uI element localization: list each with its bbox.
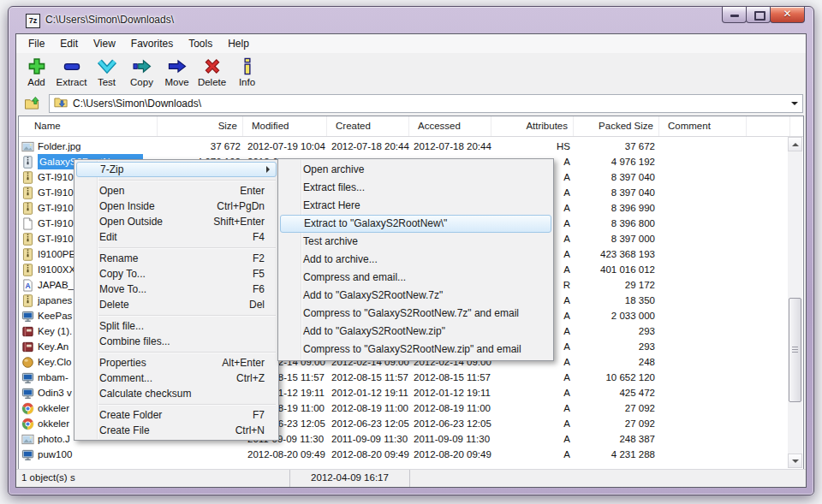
column-header-packed-size[interactable]: Packed Size — [574, 116, 659, 136]
attributes-cell: A — [492, 416, 570, 431]
submenu-item[interactable]: Add to "GalaxyS2RootNew.7z" — [280, 287, 551, 305]
context-menu-item[interactable]: Copy To...F5 — [76, 266, 277, 282]
submenu-item[interactable]: Compress to "GalaxyS2RootNew.7z" and ema… — [280, 305, 551, 323]
info-icon — [237, 57, 258, 76]
menu-item-shortcut: F4 — [253, 229, 265, 245]
submenu-item[interactable]: Extract files... — [280, 179, 551, 197]
context-menu-item[interactable]: Create FileCtrl+N — [76, 423, 277, 438]
accessed-cell: 2012-08-19 11:00 — [414, 400, 495, 416]
minimize-button[interactable] — [722, 7, 747, 23]
attributes-cell: A — [492, 385, 570, 400]
menubar-item-favorites[interactable]: Favorites — [123, 34, 181, 53]
toolbar-button-add[interactable]: Add — [19, 54, 54, 90]
toolbar-button-info[interactable]: Info — [229, 54, 265, 90]
scroll-up-icon — [792, 143, 799, 146]
toolbar-button-delete[interactable]: Delete — [194, 54, 229, 90]
submenu-arrow-icon — [266, 166, 270, 173]
scroll-down-button[interactable] — [788, 454, 802, 468]
submenu-item[interactable]: Add to "GalaxyS2RootNew.zip" — [280, 323, 551, 341]
context-menu-item[interactable]: PropertiesAlt+Enter — [76, 355, 277, 371]
menu-item-label: Delete — [99, 299, 129, 311]
comment-cell — [664, 354, 742, 370]
close-button[interactable]: ✕ — [770, 7, 805, 23]
menu-item-shortcut: Del — [249, 297, 265, 312]
menubar-item-view[interactable]: View — [86, 34, 123, 53]
maximize-button[interactable] — [746, 7, 771, 23]
context-menu-item[interactable]: Open OutsideShift+Enter — [76, 214, 277, 229]
column-header-created[interactable]: Created — [327, 116, 409, 136]
menubar-item-edit[interactable]: Edit — [52, 34, 86, 53]
copy-arrow-icon — [132, 57, 152, 76]
archive-7z-icon — [21, 156, 34, 169]
comment-cell — [664, 169, 742, 185]
zip-archive-icon — [21, 202, 34, 215]
packed-size-cell: 27 092 — [576, 400, 655, 416]
attributes-cell: HS — [492, 139, 570, 154]
comment-cell — [664, 139, 742, 154]
submenu-item[interactable]: Extract to "GalaxyS2RootNew\" — [280, 215, 551, 233]
menubar-item-tools[interactable]: Tools — [181, 34, 220, 53]
menu-item-label: Combine files... — [99, 335, 170, 347]
file-name-cell[interactable]: Folder.jpg — [21, 139, 157, 154]
context-menu-item[interactable]: Open InsideCtrl+PgDn — [76, 199, 277, 214]
file-name: puw100 — [38, 447, 72, 462]
submenu-item[interactable]: Add to archive... — [280, 251, 551, 269]
attributes-cell: A — [492, 431, 570, 447]
context-menu-item[interactable]: EditF4 — [76, 229, 277, 245]
context-menu-item[interactable]: Move To...F6 — [76, 282, 277, 297]
context-menu-item[interactable]: Combine files... — [76, 334, 277, 349]
column-header-attributes[interactable]: Attributes — [491, 116, 574, 136]
installer-icon — [21, 371, 34, 384]
table-row[interactable]: puw1002012-08-20 09:492012-08-20 09:4920… — [20, 447, 788, 462]
column-header-accessed[interactable]: Accessed — [409, 116, 491, 136]
context-menu-item[interactable]: Create FolderF7 — [76, 407, 277, 423]
context-menu-item[interactable]: 7-Zip — [76, 162, 277, 177]
titlebar[interactable]: 7z C:\Users\Simon\Downloads\ ✕ — [9, 7, 813, 33]
toolbar-button-copy[interactable]: Copy — [124, 54, 159, 90]
submenu-item[interactable]: Test archive — [280, 233, 551, 251]
folder-up-icon — [24, 96, 41, 110]
file-name-cell[interactable]: puw100 — [21, 447, 157, 462]
column-header-comment[interactable]: Comment — [659, 116, 747, 136]
file-name: KeePas — [38, 308, 72, 323]
chrome-icon — [21, 418, 34, 430]
packed-size-cell: 293 — [576, 339, 655, 354]
vertical-scrollbar[interactable] — [788, 137, 802, 468]
menu-item-label: Open Inside — [99, 200, 155, 212]
thumb-grip-icon — [792, 347, 798, 347]
column-header-name[interactable]: Name — [19, 116, 158, 136]
column-header-size[interactable]: Size — [158, 116, 243, 136]
file-name: JAPAB_ — [38, 277, 74, 293]
submenu-item[interactable]: Open archive — [280, 161, 551, 179]
context-menu-item[interactable]: Calculate checksum — [76, 386, 277, 401]
table-row[interactable]: Folder.jpg37 6722012-07-19 10:042012-07-… — [20, 139, 788, 154]
context-menu-item[interactable]: RenameF2 — [76, 251, 277, 266]
comment-cell — [664, 339, 742, 354]
image-file-icon — [21, 140, 34, 153]
submenu-item[interactable]: Compress to "GalaxyS2RootNew.zip" and em… — [280, 341, 551, 359]
context-menu-item[interactable]: Comment...Ctrl+Z — [76, 371, 277, 386]
created-cell: 2012-08-15 11:57 — [331, 370, 413, 385]
submenu-item[interactable]: Compress and email... — [280, 269, 551, 287]
parent-folder-button[interactable] — [21, 93, 45, 114]
menu-item-label: Edit — [99, 231, 117, 243]
submenu-item[interactable]: Extract Here — [280, 197, 551, 215]
toolbar-button-move[interactable]: Move — [159, 54, 194, 90]
column-header-modified[interactable]: Modified — [243, 116, 327, 136]
address-combobox[interactable]: C:\Users\Simon\Downloads\ — [49, 94, 803, 113]
menubar-item-help[interactable]: Help — [220, 34, 257, 53]
packed-size-cell: 248 — [576, 354, 655, 370]
menu-item-label: Comment... — [99, 372, 152, 384]
close-icon: ✕ — [771, 8, 804, 20]
context-menu-item[interactable]: OpenEnter — [76, 183, 277, 199]
toolbar-button-test[interactable]: Test — [89, 54, 124, 90]
modified-cell: 2012-08-20 09:49 — [247, 447, 329, 462]
scrollbar-thumb[interactable] — [789, 298, 801, 402]
context-menu-item[interactable]: Split file... — [76, 318, 277, 334]
address-dropdown-button[interactable] — [787, 95, 802, 112]
toolbar-button-extract[interactable]: Extract — [54, 54, 89, 90]
context-menu-item[interactable]: DeleteDel — [76, 297, 277, 312]
menu-item-shortcut: F5 — [253, 266, 265, 282]
scroll-up-button[interactable] — [788, 137, 802, 151]
menubar-item-file[interactable]: File — [21, 34, 52, 53]
